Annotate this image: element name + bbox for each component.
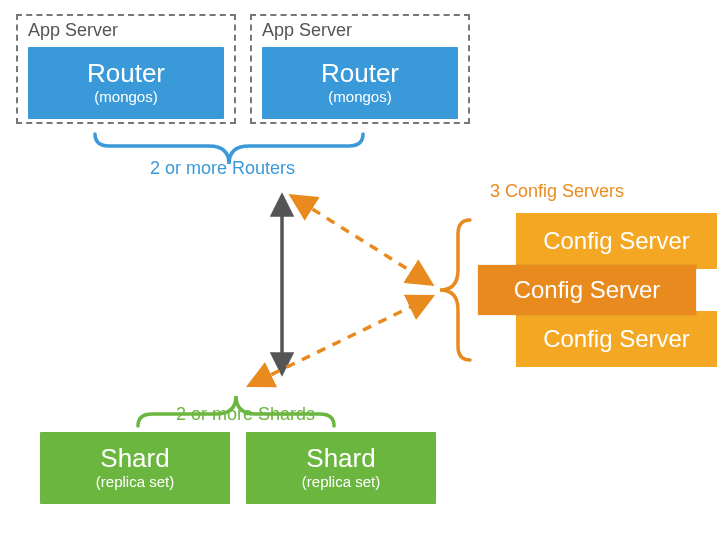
routers-config-arrow-icon — [298, 200, 425, 280]
config-server-label-2: Config Server — [514, 276, 661, 303]
app-server-box-1: App Server Router (mongos) — [16, 14, 236, 124]
shards-caption: 2 or more Shards — [176, 404, 315, 425]
config-server-label-1: Config Server — [543, 227, 690, 254]
shard-box-1: Shard (replica set) — [40, 432, 230, 504]
app-server-label-2: App Server — [262, 20, 458, 41]
router-title-2: Router — [262, 59, 458, 88]
routers-caption: 2 or more Routers — [150, 158, 295, 179]
shard-subtitle-2: (replica set) — [246, 473, 436, 490]
router-subtitle-2: (mongos) — [262, 88, 458, 105]
router-box-1: Router (mongos) — [28, 47, 224, 119]
config-caption: 3 Config Servers — [490, 181, 624, 202]
app-server-box-2: App Server Router (mongos) — [250, 14, 470, 124]
config-brace-icon — [440, 220, 470, 360]
router-subtitle-1: (mongos) — [28, 88, 224, 105]
app-server-label-1: App Server — [28, 20, 224, 41]
config-server-back-2: Config Server — [516, 311, 717, 367]
shard-title-1: Shard — [40, 444, 230, 473]
router-title-1: Router — [28, 59, 224, 88]
diagram-canvas: App Server Router (mongos) App Server Ro… — [0, 0, 717, 535]
shards-config-arrow-icon — [256, 300, 425, 382]
shard-box-2: Shard (replica set) — [246, 432, 436, 504]
config-server-back-1: Config Server — [516, 213, 717, 269]
config-server-front: Config Server — [478, 265, 696, 315]
router-box-2: Router (mongos) — [262, 47, 458, 119]
config-server-label-3: Config Server — [543, 325, 690, 352]
shard-title-2: Shard — [246, 444, 436, 473]
shard-subtitle-1: (replica set) — [40, 473, 230, 490]
